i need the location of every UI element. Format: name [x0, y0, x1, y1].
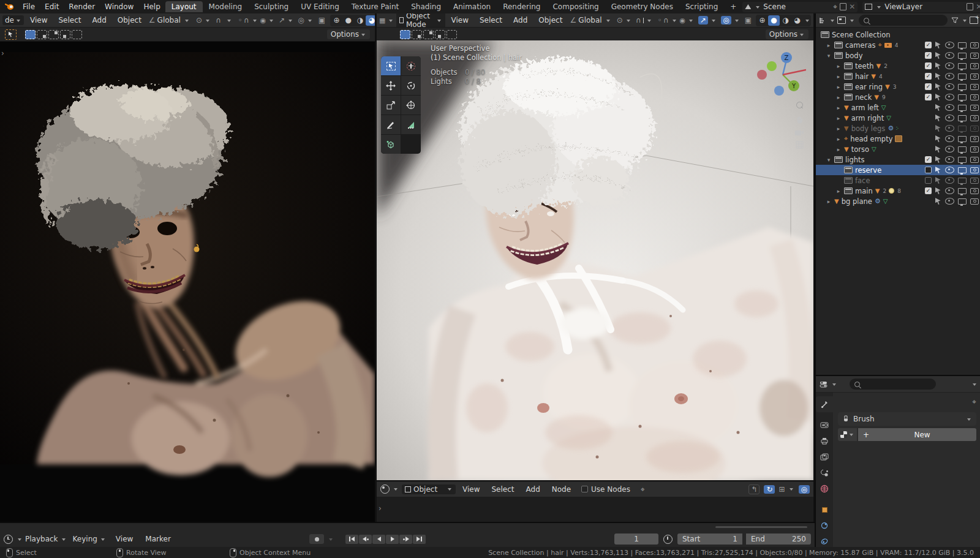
menu-object[interactable]: Object — [533, 16, 567, 25]
overlays-icon[interactable]: ◎ — [721, 16, 731, 25]
outliner-row-lights[interactable]: ▾ lights ✓ — [816, 154, 980, 165]
workspace-tab-texture-paint[interactable]: Texture Paint — [345, 1, 405, 12]
scene-selector[interactable]: Scene ⌖ ✕ — [742, 2, 858, 12]
tool-measure[interactable] — [401, 115, 421, 134]
select-mode-new[interactable] — [400, 30, 410, 39]
mode-dropdown-left[interactable]: de — [2, 15, 24, 25]
outliner-row-arm-left[interactable]: ▸▼ arm left ▽ — [816, 102, 980, 113]
tool-rotate[interactable] — [401, 76, 421, 95]
menu-marker[interactable]: Marker — [140, 535, 175, 543]
add-workspace-button[interactable]: + — [724, 1, 742, 12]
brush-panel-header[interactable]: Brush — [838, 412, 976, 426]
workspace-tab-layout[interactable]: Layout — [165, 1, 203, 12]
magnet-icon[interactable]: ∩ — [216, 16, 221, 25]
exclude-checkbox[interactable]: ✓ — [925, 83, 932, 90]
viewport-disable-icon[interactable] — [958, 115, 967, 121]
new-texture-button[interactable]: + New — [858, 428, 976, 441]
play-reverse-button[interactable] — [372, 535, 385, 544]
viewport-disable-icon[interactable] — [958, 74, 967, 80]
pin-icon[interactable]: ⌖ — [833, 2, 837, 11]
overlay-node-icon[interactable]: ◎ — [799, 485, 810, 494]
options-dropdown-left[interactable]: Options — [327, 29, 370, 39]
viewport-disable-icon[interactable] — [958, 178, 967, 184]
hide-icon[interactable] — [945, 135, 954, 142]
outliner-row-teeth[interactable]: ▸ teeth ▼2 ✓ — [816, 61, 980, 71]
selectable-icon[interactable] — [935, 62, 941, 69]
parent-node-icon[interactable]: ↰ — [748, 484, 760, 494]
selectable-icon[interactable] — [935, 83, 941, 90]
viewlayer-selector[interactable]: ViewLayer ✕ — [862, 2, 980, 12]
render-disable-icon[interactable] — [970, 178, 979, 184]
render-disable-icon[interactable] — [970, 42, 979, 48]
overlays-icon[interactable]: ◎ — [298, 16, 304, 25]
sidebar-expand-arrow-shader[interactable]: › — [379, 504, 382, 513]
render-disable-icon[interactable] — [970, 94, 979, 100]
viewport-disable-icon[interactable] — [958, 188, 967, 194]
snap-target-icon[interactable]: ⊙ — [617, 16, 623, 25]
hide-icon[interactable] — [945, 83, 954, 90]
menu-timeline-view[interactable]: View — [111, 535, 138, 543]
camera-view-icon[interactable] — [795, 129, 804, 135]
tab-scene[interactable] — [816, 465, 833, 481]
tab-object[interactable] — [816, 502, 833, 518]
menu-render[interactable]: Render — [64, 2, 100, 11]
viewport-disable-icon[interactable] — [958, 136, 967, 142]
menu-help[interactable]: Help — [138, 2, 165, 11]
outliner-row-cameras[interactable]: ▸ cameras ⌖4 ✓ — [816, 40, 980, 50]
outliner-row-bg-plane[interactable]: ▸▼ bg plane ⚙▽ — [816, 196, 980, 206]
tool-add-primitive[interactable] — [381, 135, 401, 154]
start-frame-field[interactable]: Start1 — [677, 533, 742, 545]
render-disable-icon[interactable] — [970, 157, 979, 163]
outliner-row-reserve[interactable]: reserve — [816, 165, 980, 175]
menu-view[interactable]: View — [447, 16, 473, 25]
tab-render[interactable] — [816, 417, 833, 433]
ortho-grid-icon[interactable] — [796, 141, 804, 149]
shading-wireframe-icon[interactable]: ⊕ — [331, 15, 342, 26]
shading-material-icon[interactable]: ◑ — [780, 15, 791, 26]
editor-type-icon-outliner[interactable] — [819, 17, 826, 24]
viewport-disable-icon[interactable] — [958, 84, 967, 90]
menu-object[interactable]: Object — [113, 16, 146, 25]
shading-rendered-icon[interactable]: ◕ — [791, 15, 803, 26]
tab-world[interactable] — [816, 481, 833, 497]
tool-transform[interactable] — [401, 96, 421, 115]
select-mode-invert[interactable] — [60, 30, 70, 39]
workspace-tab-modeling[interactable]: Modeling — [203, 1, 249, 12]
mode-dropdown[interactable]: Object Mode — [396, 13, 445, 28]
current-frame-field[interactable]: 1 — [614, 533, 658, 545]
menu-window[interactable]: Window — [100, 2, 138, 11]
menu-add[interactable]: Add — [88, 16, 111, 25]
exclude-checkbox[interactable]: ✓ — [925, 94, 932, 100]
editor-type-icon-3dview[interactable]: ▦ — [379, 17, 385, 25]
outliner-row-scene-collection[interactable]: Scene Collection — [816, 29, 980, 40]
selectable-icon[interactable] — [935, 156, 941, 163]
render-view-left[interactable]: › — [0, 40, 375, 522]
hide-icon[interactable] — [945, 156, 954, 163]
exclude-checkbox[interactable]: ✓ — [925, 52, 932, 59]
use-nodes-checkbox[interactable] — [581, 486, 588, 492]
selectable-icon[interactable] — [935, 115, 941, 121]
selectable-icon[interactable] — [935, 177, 941, 184]
orientation-dropdown[interactable]: ∠ Global — [570, 16, 611, 25]
shading-rendered-icon[interactable]: ◕ — [366, 15, 375, 26]
visibility-icon[interactable]: ◉ — [680, 17, 686, 25]
select-mode-extend[interactable] — [412, 30, 422, 39]
select-mode-extend[interactable] — [37, 30, 47, 39]
copy-viewlayer-icon[interactable] — [967, 3, 973, 10]
render-disable-icon[interactable] — [970, 74, 979, 80]
tab-output[interactable] — [816, 433, 833, 449]
shading-wireframe-icon[interactable]: ⊕ — [756, 15, 768, 26]
tab-view-layer[interactable] — [816, 449, 833, 465]
outliner-row-face[interactable]: face — [816, 175, 980, 186]
active-tool-icon[interactable] — [5, 29, 17, 40]
properties-search[interactable] — [850, 379, 936, 390]
render-disable-icon[interactable] — [970, 136, 979, 142]
scene-name[interactable]: Scene — [763, 2, 831, 11]
menu-edit[interactable]: Edit — [40, 2, 64, 11]
hide-icon[interactable] — [945, 167, 954, 173]
falloff-icon[interactable]: ∩ — [244, 16, 249, 25]
render-disable-icon[interactable] — [970, 53, 979, 59]
selectable-icon[interactable] — [935, 198, 941, 205]
shading-solid-icon[interactable]: ● — [342, 15, 354, 26]
new-collection-icon[interactable]: + — [970, 17, 978, 24]
